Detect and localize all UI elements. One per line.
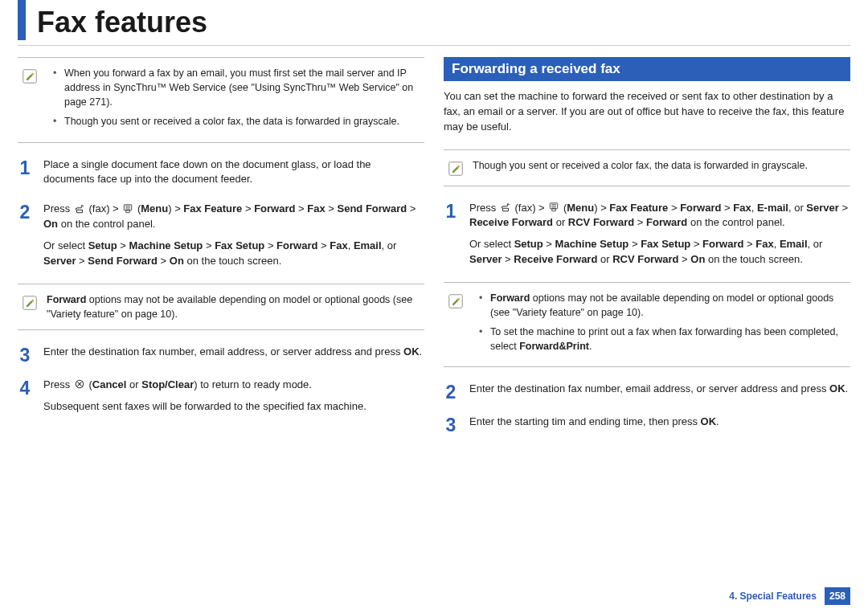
section-intro: You can set the machine to forward the r…: [444, 89, 850, 135]
step-text: Press (fax) > (Menu) > Fax Feature > For…: [469, 201, 850, 231]
step-row: 3 Enter the starting tim and ending time…: [444, 415, 850, 433]
step-number: 4: [18, 379, 32, 398]
note-icon: [447, 160, 465, 178]
note-item: To set the machine to print out a fax wh…: [479, 325, 845, 353]
step-number: 1: [444, 202, 458, 221]
step-text: Enter the destination fax number, email …: [469, 382, 850, 397]
menu-icon: [547, 202, 560, 213]
step-row: 3 Enter the destination fax number, emai…: [18, 345, 424, 363]
step-number: 2: [18, 203, 32, 222]
note-item: Forward options may not be available dep…: [479, 291, 845, 320]
step-number: 3: [18, 346, 32, 365]
step-text: Enter the destination fax number, email …: [43, 345, 424, 360]
note-box: Forward options may not be available dep…: [444, 282, 850, 368]
step-text: Place a single document face down on the…: [43, 157, 424, 188]
step-row: 2 Enter the destination fax number, emai…: [444, 382, 850, 400]
header-accent-bar: [18, 0, 26, 40]
step-text: Press (fax) > (Menu) > Fax Feature > For…: [43, 202, 424, 232]
step-text: Press (Cancel or Stop/Clear) to return t…: [43, 378, 424, 393]
step-text: Or select Setup > Machine Setup > Fax Se…: [469, 237, 850, 268]
note-text: Though you sent or received a color fax,…: [473, 158, 845, 173]
cancel-icon: [73, 378, 86, 390]
note-item: When you forward a fax by an email, you …: [53, 66, 420, 109]
step-row: 4 Press (Cancel or Stop/Clear) to return…: [18, 378, 424, 415]
note-text: Forward options may not be available dep…: [47, 292, 420, 321]
fax-icon: [73, 203, 86, 215]
note-icon: [447, 292, 465, 310]
menu-icon: [121, 203, 134, 215]
section-heading: Forwarding a received fax: [444, 57, 850, 81]
page-header: Fax features: [18, 0, 850, 46]
page-footer: 4. Special Features 258: [729, 587, 850, 605]
page-title: Fax features: [37, 8, 207, 37]
footer-chapter: 4. Special Features: [729, 591, 817, 602]
step-text: Or select Setup > Machine Setup > Fax Se…: [43, 239, 424, 269]
left-column: When you forward a fax by an email, you …: [18, 57, 424, 447]
note-item: Though you sent or received a color fax,…: [53, 114, 420, 129]
step-number: 3: [444, 416, 458, 435]
step-row: 1 Press (fax) > (Menu) > Fax Feature > F…: [444, 201, 850, 268]
note-icon: [21, 294, 39, 312]
right-column: Forwarding a received fax You can set th…: [444, 57, 850, 447]
note-box: Forward options may not be available dep…: [18, 284, 424, 330]
note-icon: [21, 67, 39, 85]
note-box: When you forward a fax by an email, you …: [18, 57, 424, 143]
step-text: Enter the starting tim and ending time, …: [469, 415, 850, 430]
note-box: Though you sent or received a color fax,…: [444, 149, 850, 186]
step-row: 1 Place a single document face down on t…: [18, 157, 424, 188]
step-row: 2 Press (fax) > (Menu) > Fax Feature > F…: [18, 202, 424, 268]
step-text: Subsequent sent faxes will be forwarded …: [43, 399, 424, 415]
footer-page-number: 258: [825, 587, 850, 605]
fax-icon: [499, 202, 512, 213]
step-number: 1: [18, 159, 32, 178]
step-number: 2: [444, 383, 458, 402]
